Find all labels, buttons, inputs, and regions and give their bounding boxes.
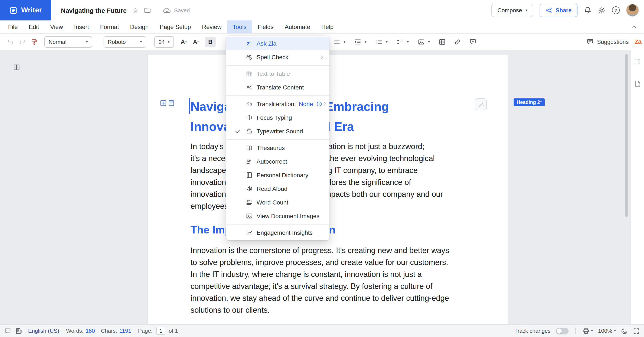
menu-item-autocorrect[interactable]: Ab Autocorrect: [226, 155, 330, 168]
track-changes-toggle[interactable]: [556, 328, 568, 334]
insert-comment-icon[interactable]: [467, 36, 479, 48]
dark-mode-moon-icon[interactable]: [621, 328, 628, 334]
paragraph-line: In the IT industry, where change is cons…: [190, 270, 449, 282]
menu-review[interactable]: Review: [196, 20, 227, 33]
zia-panel-icon[interactable]: Za: [634, 38, 642, 45]
menu-insert[interactable]: Insert: [68, 20, 94, 33]
print-layout-icon[interactable]: [582, 328, 589, 334]
status-bar: English (US) Words: 180 Chars: 1191 Page…: [0, 324, 644, 337]
read-aloud-icon: [246, 185, 253, 192]
redo-icon[interactable]: [16, 36, 28, 48]
chevron-down-icon[interactable]: ▾: [591, 329, 593, 333]
font-size-value: 24: [158, 38, 165, 45]
block-options-icon[interactable]: [168, 100, 174, 106]
settings-gear-icon[interactable]: [598, 6, 606, 14]
bullet-list-control[interactable]: ▾: [373, 36, 388, 48]
menu-page-setup[interactable]: Page Setup: [154, 20, 196, 33]
word-count-status[interactable]: Words: 180: [66, 328, 95, 334]
track-changes-label: Track changes: [514, 328, 551, 334]
insert-table-icon[interactable]: [436, 36, 448, 48]
divider: [575, 328, 576, 334]
transliteration-value: None: [299, 100, 313, 107]
menu-edit[interactable]: Edit: [23, 20, 44, 33]
menu-view[interactable]: View: [44, 20, 68, 33]
help-icon[interactable]: ?: [612, 6, 620, 14]
info-icon[interactable]: [316, 101, 322, 107]
comments-icon[interactable]: [4, 328, 11, 334]
menu-format[interactable]: Format: [94, 20, 125, 33]
menu-bar: File Edit View Insert Format Design Page…: [0, 20, 644, 34]
svg-text:a: a: [250, 87, 252, 90]
menu-item-read-aloud[interactable]: Read Aloud: [226, 182, 330, 196]
top-bar: Writer Navigating the Future ☆ Saved Com…: [0, 0, 644, 20]
menu-item-spell-check[interactable]: Ab Spell Check: [226, 50, 330, 64]
line-spacing-control[interactable]: ▾: [394, 36, 409, 48]
bold-button[interactable]: B: [205, 36, 216, 47]
increase-font-size-button[interactable]: A+: [178, 36, 190, 47]
undo-icon[interactable]: [4, 36, 16, 48]
align-left-control[interactable]: ▾: [331, 36, 346, 48]
collapse-toolbar-chevron-up-icon[interactable]: [627, 20, 642, 33]
menu-item-word-count[interactable]: 123 Word Count: [226, 196, 330, 209]
writer-logo[interactable]: Writer: [0, 0, 51, 20]
menu-item-thesaurus[interactable]: Thesaurus: [226, 141, 330, 155]
page-layout-icon[interactable]: [13, 64, 20, 71]
heading-quick-tools-button[interactable]: [475, 98, 487, 110]
menu-design[interactable]: Design: [124, 20, 154, 33]
statusbar-right-group: Track changes ▾ 100% ▾: [514, 328, 640, 334]
paragraph-style-select[interactable]: Normal ▾: [44, 36, 92, 47]
font-size-select[interactable]: 24 ▾: [154, 36, 174, 47]
toggle-knob: [556, 328, 562, 334]
document-info-panel-icon[interactable]: [632, 77, 643, 89]
suggestions-button[interactable]: Suggestions: [586, 38, 629, 45]
menu-item-typewriter-sound[interactable]: Typewriter Sound: [226, 124, 330, 138]
language-selector[interactable]: English (US): [28, 328, 59, 334]
menu-help[interactable]: Help: [316, 20, 339, 33]
words-label: Words:: [66, 328, 84, 334]
menu-tools[interactable]: Tools: [227, 20, 252, 33]
document-title[interactable]: Navigating the Future: [61, 6, 126, 14]
paragraph-line: innovation, we stay ahead of the curve a…: [190, 294, 449, 306]
vertical-scrollbar[interactable]: [625, 54, 628, 217]
compose-button[interactable]: Compose ▾: [492, 3, 534, 17]
submenu-chevron-right-icon: [322, 101, 327, 106]
notes-icon[interactable]: [15, 328, 22, 334]
share-label: Share: [556, 7, 572, 13]
chevron-down-icon: ▾: [364, 40, 366, 44]
page-number-input[interactable]: 1: [156, 327, 165, 335]
menu-item-engagement-insights[interactable]: Engagement Insights: [226, 226, 330, 239]
char-count-status[interactable]: Chars: 1191: [101, 328, 131, 334]
page-label: Page:: [138, 328, 152, 334]
menu-item-translate-content[interactable]: Aa Translate Content: [226, 80, 330, 94]
decrease-font-size-button[interactable]: A−: [190, 36, 202, 47]
svg-text:123: 123: [246, 199, 252, 203]
menu-item-ask-zia[interactable]: Z Ask Zia: [226, 37, 330, 50]
user-avatar[interactable]: [626, 4, 639, 17]
menu-item-focus-typing[interactable]: Focus Typing: [226, 111, 330, 124]
paragraph-line: competitive advantage; it's a survival s…: [190, 282, 449, 294]
menu-item-transliteration[interactable]: Ka Transliteration: None: [226, 97, 330, 111]
fullscreen-icon[interactable]: [633, 328, 640, 334]
zoom-control[interactable]: 100% ▾: [598, 328, 616, 334]
menu-fields[interactable]: Fields: [252, 20, 279, 33]
paragraph-line: to solve problems, improve processes, an…: [190, 258, 449, 270]
indent-control[interactable]: ▾: [352, 36, 366, 48]
add-block-plus-icon[interactable]: [160, 100, 166, 106]
menu-item-view-document-images[interactable]: View Document Images: [226, 209, 330, 223]
menu-automate[interactable]: Automate: [279, 20, 316, 33]
format-painter-icon[interactable]: [28, 36, 40, 48]
favorite-star-icon[interactable]: ☆: [132, 6, 139, 14]
menu-file[interactable]: File: [2, 20, 23, 33]
autocorrect-icon: Ab: [246, 158, 253, 165]
share-button[interactable]: Share: [540, 3, 578, 17]
notifications-bell-icon[interactable]: [584, 6, 592, 14]
side-panel-icon[interactable]: [632, 55, 643, 67]
insert-link-icon[interactable]: [452, 36, 464, 48]
folder-icon[interactable]: [144, 7, 151, 14]
menu-item-personal-dictionary[interactable]: Personal Dictionary: [226, 168, 330, 182]
menu-item-label: Focus Typing: [256, 114, 292, 121]
font-family-select[interactable]: Roboto ▾: [104, 36, 146, 47]
spellcheck-icon: Ab: [246, 54, 253, 60]
menu-item-label: Thesaurus: [256, 144, 285, 151]
insert-image-control[interactable]: ▾: [415, 36, 430, 48]
